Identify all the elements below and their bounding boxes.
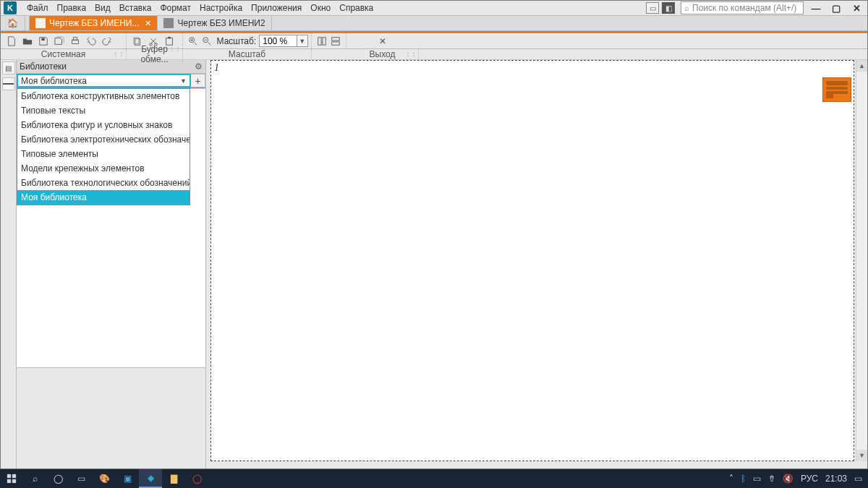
print-button[interactable] <box>68 35 82 48</box>
split-vertical-button[interactable] <box>315 35 328 48</box>
document-tab-2[interactable]: Чертеж БЕЗ ИМЕНИ2 <box>158 16 271 30</box>
svg-rect-11 <box>318 37 321 45</box>
bluetooth-icon[interactable]: ᛒ <box>741 474 746 484</box>
windows-taskbar: ⌕ ◯ ▭ 🎨 ▣ ◆ ▇ ◯ ˄ ᛒ ▭ ⇮ 🔇 РУС 21:03 ▭ <box>0 469 868 488</box>
cortana-icon[interactable]: ◯ <box>46 469 69 488</box>
open-file-button[interactable] <box>20 35 35 48</box>
tab-label: Чертеж БЕЗ ИМЕНИ2 <box>177 18 265 28</box>
panel-settings-icon[interactable]: ⚙ <box>195 61 203 72</box>
scale-dropdown-button[interactable]: ▼ <box>297 35 308 47</box>
system-tray: ˄ ᛒ ▭ ⇮ 🔇 РУС 21:03 ▭ <box>723 474 868 484</box>
menu-window[interactable]: Окно <box>306 1 335 14</box>
menu-format[interactable]: Формат <box>156 1 195 14</box>
volume-mute-icon[interactable]: 🔇 <box>783 474 793 484</box>
taskbar-app-opera[interactable]: ◯ <box>185 469 208 488</box>
toolbar-group-windows <box>312 33 346 48</box>
close-tab-icon[interactable]: ✕ <box>145 19 151 28</box>
keyboard-language[interactable]: РУС <box>801 474 818 484</box>
dropdown-item[interactable]: Библиотека технологических обозначений <box>17 176 190 190</box>
svg-rect-0 <box>41 38 44 40</box>
library-combo[interactable]: Моя библиотека ▼ <box>17 74 191 87</box>
taskbar-app-kompas[interactable]: ◆ <box>139 469 162 488</box>
svg-rect-12 <box>323 37 326 45</box>
dropdown-item-selected[interactable]: Моя библиотека <box>17 190 190 205</box>
menu-apps[interactable]: Приложения <box>247 1 306 14</box>
svg-rect-13 <box>332 37 340 40</box>
new-file-button[interactable] <box>4 35 19 48</box>
svg-rect-18 <box>12 479 16 483</box>
dropdown-item[interactable]: Библиотека фигур и условных знаков <box>17 118 190 132</box>
menu-insert[interactable]: Вставка <box>115 1 156 14</box>
home-icon: 🏠 <box>7 18 18 28</box>
undo-button[interactable] <box>84 35 98 48</box>
scroll-down-icon[interactable]: ▼ <box>856 450 867 461</box>
menu-help[interactable]: Справка <box>335 1 378 14</box>
toolbar-group-exit: ✕ <box>346 33 419 48</box>
dropdown-item[interactable]: Библиотека конструктивных элементов <box>17 89 190 103</box>
library-preview-area <box>17 367 205 468</box>
floating-tool-palette[interactable] <box>822 77 851 102</box>
left-rail: ▤ <box>1 60 17 468</box>
menu-view[interactable]: Вид <box>90 1 115 14</box>
menu-toggle[interactable] <box>2 77 15 90</box>
dropdown-item[interactable]: Типовые тексты <box>17 103 190 118</box>
tray-chevron-icon[interactable]: ˄ <box>729 474 733 484</box>
battery-icon[interactable]: ▭ <box>753 474 761 484</box>
command-search-input[interactable]: ⌕ Поиск по командам (Alt+/) <box>681 1 804 14</box>
notifications-icon[interactable]: ▭ <box>854 474 862 484</box>
toolbar-group-labels: Системная⋮⋮ Буфер обме...⋮⋮ Масштаб Выхо… <box>1 49 867 60</box>
library-panel-toggle[interactable]: ▤ <box>2 61 15 74</box>
clock[interactable]: 21:03 <box>825 474 847 484</box>
svg-rect-1 <box>72 40 79 43</box>
start-button[interactable] <box>0 469 23 488</box>
document-tab-1[interactable]: Чертеж БЕЗ ИМЕНИ... ✕ <box>30 16 158 30</box>
dropdown-item[interactable]: Библиотека электротехнических обозначени… <box>17 132 190 147</box>
taskbar-search-icon[interactable]: ⌕ <box>23 469 46 488</box>
page-marker: 1 <box>214 62 219 74</box>
window-close-button[interactable]: ✕ <box>848 2 864 14</box>
vertical-scrollbar[interactable]: ▲ ▼ <box>856 60 867 461</box>
svg-rect-17 <box>7 479 11 483</box>
chevron-down-icon: ▼ <box>180 77 187 85</box>
canvas-area: 1 ▲ ▼ <box>206 60 867 468</box>
zoom-out-button[interactable] <box>200 35 213 48</box>
zoom-in-button[interactable] <box>187 35 199 48</box>
tab-label: Чертеж БЕЗ ИМЕНИ... <box>49 18 139 28</box>
taskbar-app-paint[interactable]: 🎨 <box>93 469 116 488</box>
window-maximize-button[interactable]: ▢ <box>828 2 844 14</box>
taskbar-app-explorer[interactable]: ▇ <box>162 469 185 488</box>
task-view-icon[interactable]: ▭ <box>69 469 93 488</box>
save-button[interactable] <box>36 35 51 48</box>
menubar: K Файл Правка Вид Вставка Формат Настрой… <box>1 1 867 15</box>
dropdown-item[interactable]: Модели крепежных элементов <box>17 161 190 176</box>
content-area: ▤ Библиотеки ⚙ Моя библиотека ▼ + Библио… <box>1 60 867 468</box>
menu-settings[interactable]: Настройка <box>195 1 247 14</box>
library-panel: Библиотеки ⚙ Моя библиотека ▼ + Библиоте… <box>17 60 206 468</box>
menu-edit[interactable]: Правка <box>53 1 91 14</box>
save-all-button[interactable] <box>52 35 67 48</box>
layout-mode-b-button[interactable]: ◧ <box>662 2 675 14</box>
drawing-canvas[interactable]: 1 <box>210 60 854 461</box>
svg-rect-2 <box>73 37 77 40</box>
add-library-button[interactable]: + <box>191 74 205 87</box>
scale-caption: Масштаб: <box>217 36 257 46</box>
library-dropdown: Библиотека конструктивных элементов Типо… <box>17 88 190 205</box>
drawing-icon <box>35 18 46 28</box>
library-combo-wrapper: Моя библиотека ▼ + Библиотека конструкти… <box>17 74 205 88</box>
dropdown-item[interactable]: Типовые элементы <box>17 147 190 161</box>
toolbar-group-scale: Масштаб: 100 % ▼ <box>183 33 312 48</box>
scale-value-input[interactable]: 100 % <box>259 35 297 47</box>
wifi-icon[interactable]: ⇮ <box>768 474 775 484</box>
redo-button[interactable] <box>100 35 114 48</box>
group-label-scale: Масштаб <box>183 49 312 59</box>
taskbar-app-store[interactable]: ▣ <box>116 469 139 488</box>
home-tab[interactable]: 🏠 <box>1 16 25 30</box>
scroll-up-icon[interactable]: ▲ <box>856 60 867 72</box>
svg-rect-16 <box>12 474 16 478</box>
exit-button[interactable]: ✕ <box>374 35 391 48</box>
layout-mode-a-button[interactable]: ▭ <box>646 2 659 14</box>
group-label-clipboard: Буфер обме...⋮⋮ <box>127 44 183 64</box>
menu-file[interactable]: Файл <box>22 1 53 14</box>
window-minimize-button[interactable]: — <box>808 2 824 14</box>
split-horizontal-button[interactable] <box>330 35 343 48</box>
